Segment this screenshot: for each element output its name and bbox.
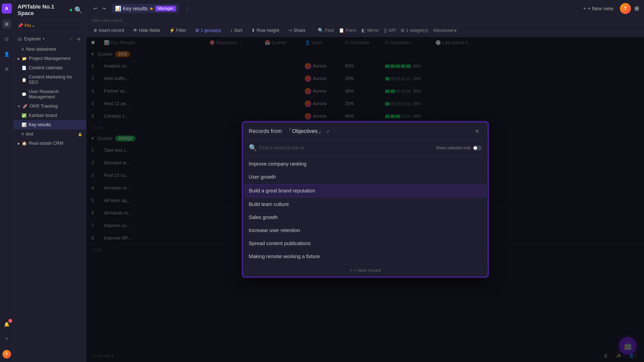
group-label: 1 group(s) — [201, 28, 221, 33]
item-label: Making remote working a fixture — [249, 254, 320, 259]
hide-label: Hide fields — [139, 28, 160, 33]
undo-redo-group: ↩ ↪ — [91, 5, 108, 12]
sort-button[interactable]: ↕ Sort — [228, 27, 244, 34]
modal-search-input[interactable] — [259, 145, 434, 151]
item-label: Spread content publications — [249, 241, 311, 246]
sidebar-header: APITable No.1 Space 🔍 — [14, 0, 86, 20]
cm-icon: 📋 — [22, 78, 27, 82]
records-modal: Records from 「Objectives」 ↗ ✕ 🔍 — [242, 122, 488, 277]
sidebar-item-label: Content Marketing for SEO — [29, 75, 82, 85]
users-icon[interactable]: 👤 — [2, 50, 11, 59]
home-icon[interactable]: ⊞ — [2, 20, 11, 29]
separator — [313, 27, 313, 33]
sidebar-item-label: New datasheet — [26, 47, 56, 52]
explorer-chevron: ▾ — [43, 37, 44, 41]
modal-overlay: Records from 「Objectives」 ↗ ✕ 🔍 — [86, 37, 644, 362]
description-text[interactable]: Add a description — [91, 18, 123, 23]
advanced-button[interactable]: Advanced ▸ — [433, 28, 457, 33]
share-button[interactable]: ⊸ Share — [286, 27, 308, 34]
pm-icon: 📁 — [22, 56, 27, 61]
collapse-btn[interactable]: ◀ — [75, 35, 82, 43]
tab-key-results[interactable]: 📊 Key results ★ Manager — [112, 4, 179, 13]
sort-icon: ↕ — [230, 28, 232, 33]
new-view-button[interactable]: + + New view — [580, 4, 617, 13]
row-height-button[interactable]: ⬍ Row height — [249, 27, 281, 34]
layout-icon[interactable]: ⊞ — [634, 5, 639, 12]
item-label: Sales growth — [249, 214, 278, 220]
modal-close-button[interactable]: ✕ — [473, 127, 482, 136]
modal-list-item[interactable]: Improve company ranking — [243, 158, 488, 171]
widgets-button[interactable]: ⊞ 1 widget(s) — [401, 28, 428, 33]
sidebar-item-label: Content calendar — [29, 65, 63, 70]
group-button[interactable]: ⊞ 1 group(s) — [193, 27, 223, 34]
sidebar-item-content-marketing[interactable]: 📋 Content Marketing for SEO — [14, 73, 86, 87]
search-magnify-icon: 🔍 — [249, 144, 257, 152]
sidebar-item-content-calendar[interactable]: 📄 Content calendar — [14, 63, 86, 73]
notification-icon[interactable]: 🔔 2 — [2, 320, 11, 329]
advanced-chevron: ▸ — [455, 28, 457, 33]
external-link-icon[interactable]: ↗ — [326, 129, 329, 134]
sidebar-item-key-results[interactable]: 📊 Key results — [14, 120, 86, 129]
sidebar-item-user-research[interactable]: 💬 User Research Management — [14, 87, 86, 102]
modal-list-item[interactable]: Sales growth — [243, 211, 488, 224]
explorer-header[interactable]: 🗂 Explorer ▾ + ◀ — [14, 33, 86, 45]
modal-list-item[interactable]: Making remote working a fixture — [243, 250, 488, 263]
explorer-icon: 🗂 — [18, 36, 22, 42]
kb-icon: ✅ — [22, 113, 27, 118]
item-label: Improve company ranking — [249, 161, 307, 167]
tab-icon: 📊 — [115, 6, 121, 12]
mirror-button[interactable]: ◧ Mirror — [361, 28, 379, 33]
sidebar-add-icon[interactable]: + — [70, 36, 73, 42]
more-options-icon[interactable]: ⋮ — [183, 5, 192, 12]
sidebar-item-okr-tracking[interactable]: ▼ 🚀 OKR Tracking — [14, 102, 86, 111]
advanced-label: Advanced — [433, 28, 453, 33]
app-logo: A — [2, 4, 12, 14]
item-label: Build team culture — [249, 201, 289, 207]
plus-icon: + — [349, 268, 352, 273]
user-avatar-top[interactable]: T — [620, 3, 631, 14]
find-icon: 🔍 — [318, 28, 323, 33]
search-icon[interactable]: 🔍 — [75, 6, 82, 14]
mirror-label: Mirror — [367, 28, 379, 33]
hide-icon: 👁 — [133, 28, 138, 33]
main-sidebar: APITable No.1 Space 🔍 📌 Pin ▴ 🗂 Explorer… — [14, 0, 86, 362]
test-icon: # — [22, 132, 24, 136]
pin-icon: 📌 — [18, 23, 23, 28]
insert-label: Insert record — [99, 28, 124, 33]
sidebar-item-new-datasheet[interactable]: # New datasheet — [14, 45, 86, 54]
modal-list-item[interactable]: Spread content publications — [243, 237, 488, 250]
grid-icon[interactable]: ⊟ — [2, 35, 11, 44]
new-record-label: + New record — [354, 268, 381, 273]
new-record-button[interactable]: + + New record — [349, 268, 381, 273]
space-name: APITable No.1 Space — [18, 4, 66, 17]
help-icon[interactable]: ? — [2, 335, 11, 344]
sidebar-item-project-management[interactable]: ▶ 📁 Project Management — [14, 54, 86, 63]
undo-button[interactable]: ↩ — [91, 5, 99, 12]
form-icon: 📋 — [339, 28, 344, 33]
insert-record-button[interactable]: ⊕ Insert record — [91, 27, 126, 34]
modal-list-item[interactable]: Build team culture — [243, 198, 488, 211]
settings-icon[interactable]: ⚙ — [2, 65, 11, 74]
show-selected-toggle[interactable] — [473, 146, 482, 151]
sidebar-item-kanban-board[interactable]: ✅ Kanban board — [14, 111, 86, 120]
form-button[interactable]: 📋 Form — [339, 28, 356, 33]
modal-list-item[interactable]: User growth — [243, 171, 488, 184]
modal-list-item-selected[interactable]: Build a great brand reputation — [245, 184, 486, 197]
find-button[interactable]: 🔍 Find — [318, 28, 334, 33]
hide-fields-button[interactable]: 👁 Hide fields — [131, 27, 162, 34]
sidebar-item-test[interactable]: # test 🔒 — [14, 129, 86, 139]
re-chevron: ▶ — [18, 142, 20, 145]
filter-button[interactable]: ⚡ Filter — [167, 27, 188, 34]
extra-tools: 🔍 Find 📋 Form ◧ Mirror {} API ⊞ 1 wi — [318, 28, 457, 33]
item-label: Increase user retention — [249, 228, 300, 233]
modal-list-item[interactable]: Increase user retention — [243, 224, 488, 237]
sidebar-item-label: Key results — [29, 122, 51, 127]
sidebar-item-real-estate[interactable]: ▶ 🏠 Real estate CRM — [14, 139, 86, 148]
okr-chevron: ▼ — [18, 105, 21, 108]
modal-header: Records from 「Objectives」 ↗ ✕ — [243, 122, 488, 140]
user-avatar-sidebar[interactable]: T — [3, 350, 11, 358]
plus-icon: + — [583, 6, 586, 12]
redo-button[interactable]: ↪ — [100, 5, 108, 12]
pm-chevron: ▶ — [18, 57, 20, 60]
api-button[interactable]: {} API — [384, 28, 396, 33]
